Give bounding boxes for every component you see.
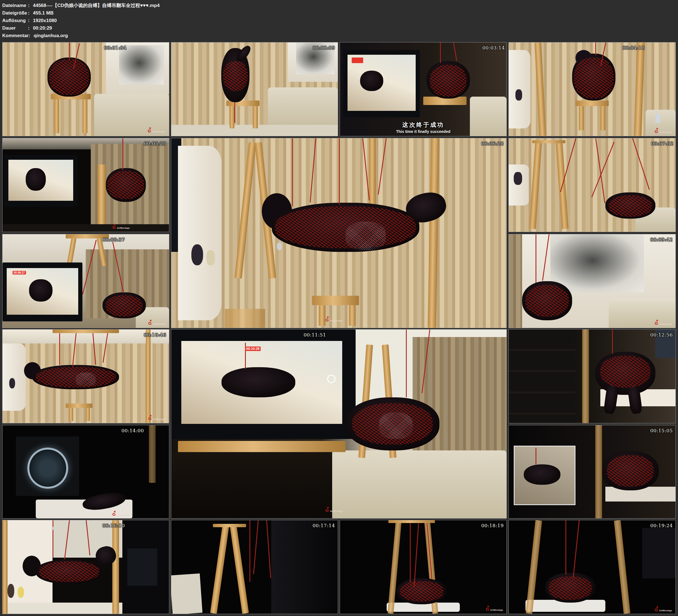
rope [122,138,123,170]
rope [378,138,387,195]
rope [52,520,53,557]
wood-frame-top [388,520,435,523]
rope [565,520,566,574]
file-size-row: Dateigröße:455.1 MB [2,9,159,17]
selfbondage-watermark: G SelfBondage [486,605,503,612]
selfbondage-watermark: G SelfBondage [655,127,672,134]
timestamp-overlay: 00:03:14 [483,45,505,50]
rope [440,42,441,63]
video-thumbnail: 00:14:00 G SelfBondage [2,425,169,518]
rope-harness [600,356,650,388]
timestamp-overlay: 00:11:51 [304,332,326,338]
tv-figure [29,279,52,302]
tv-figure [360,71,383,91]
pip-figure [524,464,560,485]
couch [268,87,338,128]
rope-harness [609,195,652,217]
wood-frame-top [52,330,119,333]
figurine [17,587,24,598]
caption-chinese: 这次终于成功 [340,121,506,129]
wall-art [119,45,164,85]
timestamp-overlay: 00:09:42 [650,237,673,242]
video-thumbnail: 00:09:42 G SelfBondage [509,234,676,328]
stool-leg [86,408,90,421]
video-thumbnail: 00:18:19 G SelfBondage [340,520,507,614]
pip-rope [535,448,536,464]
shelf-wall [2,343,26,411]
timestamp-overlay: 00:19:24 [650,523,673,528]
rope [595,138,605,203]
collar-tag [277,242,282,250]
rope-harness [549,576,592,600]
video-thumbnail: 00:08:27 00:08:37 G SelfBondage [2,234,169,328]
vase [9,378,15,388]
bottle [655,114,661,123]
duration-row: Dauer:00:20:29 [2,24,159,32]
rope-harness [574,57,614,99]
bottle [206,250,215,265]
file-size-value: 455.1 MB [33,10,53,16]
couch [332,451,506,518]
tv-shelf [178,441,346,452]
rope [410,523,411,583]
timestamp-overlay: 00:12:56 [650,332,673,338]
stool-leg [579,106,584,130]
rope [292,138,293,206]
wood-frame-pole [235,142,256,279]
selfbondage-watermark: G SelfBondage [148,319,166,325]
separator: : [29,32,34,39]
timestamp-overlay: 00:05:23 [144,141,166,146]
timestamp-overlay: 00:14:00 [121,428,144,433]
curtains [509,234,522,328]
selfbondage-watermark: G SelfBondage [655,606,672,612]
separator: : [28,2,33,9]
resolution-label: Auflösung [2,17,28,24]
timestamp-overlay: 00:18:19 [481,523,504,528]
rope [453,42,457,61]
floor [2,603,122,614]
tv-rec-badge: 00:10:29 [245,347,261,351]
separator: : [28,24,33,32]
rope [69,42,70,59]
rope [542,234,550,281]
video-thumbnail: 00:15:05 [509,425,676,518]
video-thumbnail: 00:12:56 [509,329,676,423]
rope [612,330,613,354]
rope [59,333,60,365]
video-thumbnail: 00:06:28 G SelfBondage [171,138,507,328]
resolution-row: Auflösung:1920x1080 [2,17,159,24]
stool [575,101,609,106]
wood-frame-pole [67,238,77,266]
rope-harness [223,61,248,91]
timestamp-overlay: 00:02:09 [313,45,335,50]
selfbondage-watermark: G SelfBondage [112,510,129,516]
rope [573,520,580,578]
tv-rec-badge: 00:08:27 [12,271,26,274]
shelf-wall [178,146,222,320]
timestamp-overlay: 00:16:10 [103,523,125,528]
video-thumbnail: 00:17:14 [171,520,338,614]
wood-frame-pole [428,138,440,328]
video-thumbnail: 00:10:46 G SelfBondage [2,329,169,423]
rope [414,523,419,586]
rope [250,520,250,582]
timestamp-overlay: 00:17:14 [313,523,335,528]
tv-rec-badge [352,57,364,63]
video-thumbnail: 00:10:29 00:11:51 G SelfBondage [171,329,507,518]
rope-harness [400,581,443,602]
rope [595,42,596,55]
video-thumbnail: 00:01:04 G SelfBondage [2,42,169,136]
rope [339,138,340,205]
shelf-wall [509,164,529,205]
wood-frame-pole [112,520,119,614]
door-frame [2,520,7,614]
wood-frame-pole [146,330,151,423]
caption-english: This time it finally succeeded [340,129,506,134]
timestamp-overlay: 00:07:32 [651,141,674,146]
rope-harness [106,295,143,317]
wood-frame-pole [582,330,589,423]
tv-figure [26,168,46,190]
stool-leg [349,305,355,326]
file-info-header: Dateiname:44568----【CD伪娘小诡的自缚】自缚吊翻车全过程♥♥… [2,2,159,39]
stool-leg [69,408,73,421]
